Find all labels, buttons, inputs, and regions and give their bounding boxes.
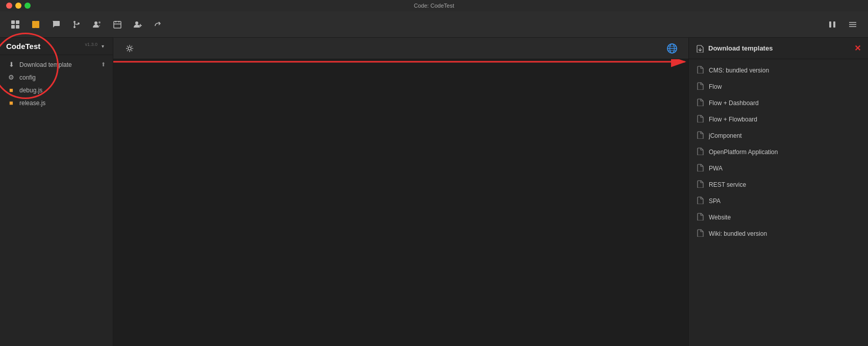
traffic-lights — [6, 3, 31, 9]
svg-point-14 — [135, 21, 138, 24]
right-panel-header: Download templates ✕ — [689, 38, 868, 59]
sidebar-item-config[interactable]: ⚙ config — [0, 71, 113, 84]
file-icon — [697, 147, 704, 157]
window-title: Code: CodeTest — [414, 3, 454, 9]
svg-point-9 — [98, 21, 101, 23]
globe-button[interactable] — [663, 39, 681, 58]
template-label-rest-service: REST service — [709, 181, 746, 188]
file-icon — [697, 196, 704, 206]
upload-icon: ⬆ — [101, 61, 106, 68]
file-icon — [697, 164, 704, 173]
settings-button[interactable] — [120, 39, 139, 58]
svg-point-8 — [94, 21, 97, 24]
right-panel: Download templates ✕ CMS: bundled versio… — [688, 38, 868, 346]
git-button[interactable] — [67, 15, 86, 34]
template-item-flow-flowboard[interactable]: Flow + Flowboard — [689, 111, 868, 128]
close-panel-button[interactable]: ✕ — [854, 43, 861, 53]
content — [113, 38, 688, 346]
js-file-icon: ■ — [7, 86, 15, 94]
template-label-openplatform-app: OpenPlatform Application — [709, 149, 778, 156]
file-icon — [697, 180, 704, 189]
close-button[interactable] — [6, 3, 12, 9]
sidebar-items: ⬇ Download template ⬆ ⚙ config ■ debug.j… — [0, 55, 113, 346]
globe-icon — [666, 43, 678, 54]
content-toolbar — [113, 38, 688, 59]
svg-point-4 — [73, 21, 76, 23]
template-label-jcomponent: jComponent — [709, 132, 742, 139]
template-item-flow-dashboard[interactable]: Flow + Dashboard — [689, 95, 868, 111]
config-icon: ⚙ — [7, 73, 15, 81]
svg-rect-2 — [11, 25, 15, 29]
template-item-openplatform-app[interactable]: OpenPlatform Application — [689, 144, 868, 160]
config-label: config — [19, 74, 36, 81]
template-label-flow-dashboard: Flow + Dashboard — [709, 100, 759, 107]
debug-js-label: debug.js — [19, 87, 42, 94]
template-label-cms-bundled: CMS: bundled version — [709, 67, 769, 74]
content-body — [113, 59, 688, 346]
svg-rect-18 — [833, 21, 835, 28]
template-item-jcomponent[interactable]: jComponent — [689, 128, 868, 144]
download-icon: ⬇ — [7, 61, 15, 68]
chat-icon — [52, 20, 61, 29]
minimize-button[interactable] — [15, 3, 21, 9]
home-button[interactable] — [6, 15, 24, 34]
list-button[interactable] — [844, 15, 862, 34]
sidebar-version: v1.3.0 — [85, 42, 97, 47]
sidebar-item-download-template[interactable]: ⬇ Download template ⬆ — [0, 58, 113, 71]
chat-button[interactable] — [47, 15, 65, 34]
file-icon — [697, 229, 704, 238]
template-item-website[interactable]: Website — [689, 209, 868, 226]
svg-point-5 — [73, 26, 76, 28]
template-label-pwa: PWA — [709, 165, 723, 172]
sidebar-item-release-js[interactable]: ■ release.js — [0, 96, 113, 109]
sidebar: v1.3.0 CodeTest ▾ ⬇ Download template ⬆ … — [0, 38, 113, 346]
file-icon — [697, 213, 704, 222]
users-icon — [92, 20, 102, 29]
git-icon — [72, 20, 81, 29]
js-file-icon2: ■ — [7, 99, 15, 107]
template-item-spa[interactable]: SPA — [689, 193, 868, 209]
svg-rect-3 — [16, 25, 19, 29]
file-icon — [697, 98, 704, 108]
sidebar-title: CodeTest — [6, 42, 40, 51]
maximize-button[interactable] — [24, 3, 31, 9]
template-label-spa: SPA — [709, 197, 721, 205]
titlebar: Code: CodeTest — [0, 0, 868, 11]
arrow-annotation — [113, 59, 688, 346]
dropdown-icon[interactable]: ▾ — [98, 42, 107, 51]
toolbar-right — [823, 15, 862, 34]
template-label-website: Website — [709, 214, 731, 221]
pause-icon — [828, 20, 837, 29]
template-list: CMS: bundled version Flow Flow + Dashboa… — [689, 59, 868, 245]
gear-icon — [126, 44, 134, 53]
svg-rect-10 — [114, 21, 121, 28]
svg-rect-17 — [829, 21, 831, 28]
book-icon — [31, 20, 40, 29]
template-item-wiki-bundled[interactable]: Wiki: bundled version — [689, 226, 868, 242]
template-item-cms-bundled[interactable]: CMS: bundled version — [689, 62, 868, 79]
svg-rect-0 — [11, 20, 15, 24]
calendar-button[interactable] — [108, 15, 127, 34]
forward-icon — [154, 20, 163, 29]
main-toolbar — [0, 11, 868, 38]
home-icon — [11, 20, 20, 29]
template-label-flow-flowboard: Flow + Flowboard — [709, 116, 757, 123]
users-button[interactable] — [88, 15, 106, 34]
svg-point-22 — [128, 47, 131, 50]
add-user-icon — [133, 20, 142, 29]
pause-button[interactable] — [823, 15, 841, 34]
template-item-rest-service[interactable]: REST service — [689, 177, 868, 193]
list-icon — [848, 20, 857, 29]
add-user-button[interactable] — [129, 15, 147, 34]
calendar-icon — [113, 20, 122, 29]
book-button[interactable] — [27, 15, 45, 34]
file-icon — [697, 82, 704, 91]
template-item-pwa[interactable]: PWA — [689, 160, 868, 177]
sidebar-item-debug-js[interactable]: ■ debug.js — [0, 84, 113, 96]
file-icon — [697, 66, 704, 75]
template-item-flow[interactable]: Flow — [689, 79, 868, 95]
release-js-label: release.js — [19, 100, 45, 107]
template-label-wiki-bundled: Wiki: bundled version — [709, 230, 767, 237]
download-template-icon — [696, 44, 704, 53]
forward-button[interactable] — [149, 15, 167, 34]
